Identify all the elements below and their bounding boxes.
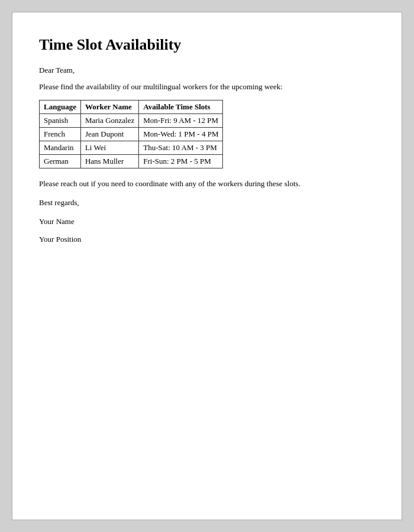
- greeting-text: Dear Team,: [39, 66, 375, 75]
- table-cell: Maria Gonzalez: [80, 114, 138, 128]
- col-header-slots: Available Time Slots: [139, 100, 223, 114]
- table-cell: Spanish: [40, 114, 81, 128]
- table-row: FrenchJean DupontMon-Wed: 1 PM - 4 PM: [40, 128, 223, 141]
- table-cell: Jean Dupont: [80, 128, 138, 141]
- page-title: Time Slot Availability: [39, 36, 375, 54]
- sender-position: Your Position: [39, 235, 375, 244]
- table-cell: Fri-Sun: 2 PM - 5 PM: [139, 155, 223, 168]
- footer-text: Please reach out if you need to coordina…: [39, 179, 375, 189]
- col-header-language: Language: [40, 100, 81, 114]
- table-row: SpanishMaria GonzalezMon-Fri: 9 AM - 12 …: [40, 114, 223, 128]
- table-row: GermanHans MullerFri-Sun: 2 PM - 5 PM: [40, 155, 223, 168]
- table-cell: Li Wei: [80, 141, 138, 155]
- col-header-worker: Worker Name: [80, 100, 138, 114]
- table-header-row: Language Worker Name Available Time Slot…: [40, 100, 223, 114]
- table-row: MandarinLi WeiThu-Sat: 10 AM - 3 PM: [40, 141, 223, 155]
- page: Time Slot Availability Dear Team, Please…: [12, 12, 402, 520]
- table-cell: Thu-Sat: 10 AM - 3 PM: [139, 141, 223, 155]
- table-cell: Hans Muller: [80, 155, 138, 168]
- regards-text: Best regards,: [39, 198, 375, 207]
- table-cell: Mon-Wed: 1 PM - 4 PM: [139, 128, 223, 141]
- table-cell: Mon-Fri: 9 AM - 12 PM: [139, 114, 223, 128]
- intro-text: Please find the availability of our mult…: [39, 82, 375, 92]
- availability-table: Language Worker Name Available Time Slot…: [39, 100, 223, 168]
- table-cell: German: [40, 155, 81, 168]
- sender-name: Your Name: [39, 217, 375, 226]
- table-cell: French: [40, 128, 81, 141]
- table-cell: Mandarin: [40, 141, 81, 155]
